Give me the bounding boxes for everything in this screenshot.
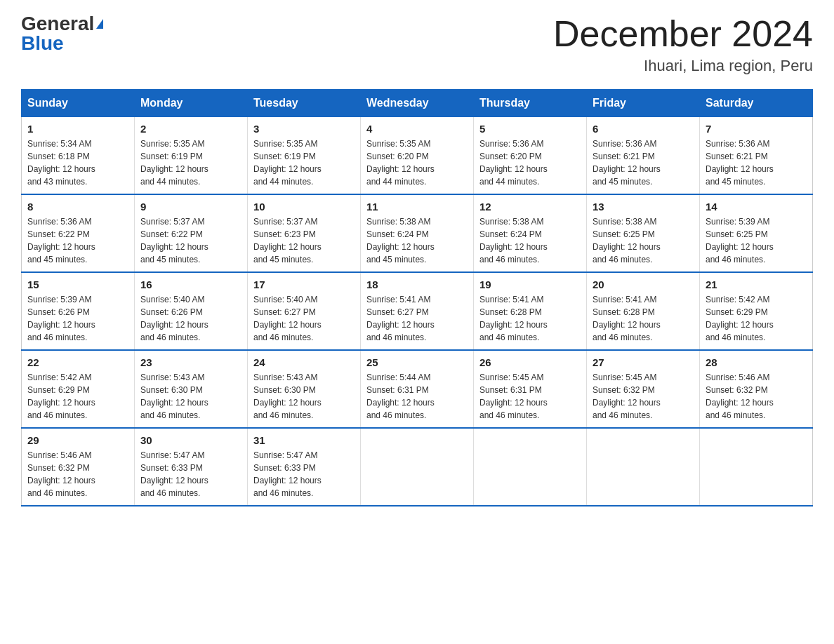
logo-triangle-icon [96, 19, 103, 29]
day-info: Sunrise: 5:47 AMSunset: 6:33 PMDaylight:… [140, 450, 208, 498]
table-row: 29 Sunrise: 5:46 AMSunset: 6:32 PMDaylig… [22, 428, 135, 506]
calendar-week-row: 1 Sunrise: 5:34 AMSunset: 6:18 PMDayligh… [22, 117, 813, 195]
table-row: 5 Sunrise: 5:36 AMSunset: 6:20 PMDayligh… [474, 117, 587, 195]
calendar-week-row: 29 Sunrise: 5:46 AMSunset: 6:32 PMDaylig… [22, 428, 813, 506]
day-info: Sunrise: 5:39 AMSunset: 6:25 PMDaylight:… [706, 217, 774, 264]
table-row: 14 Sunrise: 5:39 AMSunset: 6:25 PMDaylig… [700, 194, 813, 272]
header-friday: Friday [587, 90, 700, 117]
table-row: 30 Sunrise: 5:47 AMSunset: 6:33 PMDaylig… [135, 428, 248, 506]
table-row: 2 Sunrise: 5:35 AMSunset: 6:19 PMDayligh… [135, 117, 248, 195]
day-number: 14 [706, 201, 807, 213]
table-row: 12 Sunrise: 5:38 AMSunset: 6:24 PMDaylig… [474, 194, 587, 272]
day-number: 8 [27, 201, 128, 213]
day-info: Sunrise: 5:36 AMSunset: 6:21 PMDaylight:… [593, 139, 661, 187]
table-row: 31 Sunrise: 5:47 AMSunset: 6:33 PMDaylig… [248, 428, 361, 506]
calendar-table: Sunday Monday Tuesday Wednesday Thursday… [21, 89, 813, 507]
day-info: Sunrise: 5:42 AMSunset: 6:29 PMDaylight:… [27, 373, 95, 420]
day-info: Sunrise: 5:46 AMSunset: 6:32 PMDaylight:… [27, 450, 95, 498]
day-info: Sunrise: 5:36 AMSunset: 6:21 PMDaylight:… [706, 139, 774, 187]
header-sunday: Sunday [22, 90, 135, 117]
page-header: General Blue December 2024 Ihuari, Lima … [21, 14, 813, 75]
logo-general-text: General [21, 13, 103, 34]
day-info: Sunrise: 5:41 AMSunset: 6:28 PMDaylight:… [479, 295, 548, 342]
day-info: Sunrise: 5:45 AMSunset: 6:31 PMDaylight:… [479, 373, 548, 420]
table-row: 13 Sunrise: 5:38 AMSunset: 6:25 PMDaylig… [587, 194, 700, 272]
day-info: Sunrise: 5:35 AMSunset: 6:19 PMDaylight:… [140, 139, 208, 187]
day-number: 21 [706, 279, 807, 290]
table-row: 24 Sunrise: 5:43 AMSunset: 6:30 PMDaylig… [248, 350, 361, 428]
day-info: Sunrise: 5:39 AMSunset: 6:26 PMDaylight:… [27, 295, 95, 342]
day-number: 19 [479, 279, 581, 290]
logo-general-row: General [21, 14, 103, 34]
header-wednesday: Wednesday [361, 90, 474, 117]
calendar-week-row: 22 Sunrise: 5:42 AMSunset: 6:29 PMDaylig… [22, 350, 813, 428]
table-row: 25 Sunrise: 5:44 AMSunset: 6:31 PMDaylig… [361, 350, 474, 428]
day-info: Sunrise: 5:44 AMSunset: 6:31 PMDaylight:… [366, 373, 435, 420]
header-saturday: Saturday [700, 90, 813, 117]
day-info: Sunrise: 5:41 AMSunset: 6:28 PMDaylight:… [593, 295, 661, 342]
day-number: 1 [27, 123, 128, 135]
table-row: 26 Sunrise: 5:45 AMSunset: 6:31 PMDaylig… [474, 350, 587, 428]
table-row: 11 Sunrise: 5:38 AMSunset: 6:24 PMDaylig… [361, 194, 474, 272]
day-info: Sunrise: 5:38 AMSunset: 6:25 PMDaylight:… [593, 217, 661, 264]
day-number: 4 [366, 123, 468, 135]
table-row: 19 Sunrise: 5:41 AMSunset: 6:28 PMDaylig… [474, 272, 587, 350]
day-number: 3 [253, 123, 355, 135]
table-row: 16 Sunrise: 5:40 AMSunset: 6:26 PMDaylig… [135, 272, 248, 350]
header-tuesday: Tuesday [248, 90, 361, 117]
header-thursday: Thursday [474, 90, 587, 117]
day-number: 22 [27, 356, 128, 368]
day-number: 7 [706, 123, 807, 135]
day-number: 12 [479, 201, 581, 213]
table-row: 15 Sunrise: 5:39 AMSunset: 6:26 PMDaylig… [22, 272, 135, 350]
table-row: 6 Sunrise: 5:36 AMSunset: 6:21 PMDayligh… [587, 117, 700, 195]
day-info: Sunrise: 5:37 AMSunset: 6:23 PMDaylight:… [253, 217, 322, 264]
table-row: 4 Sunrise: 5:35 AMSunset: 6:20 PMDayligh… [361, 117, 474, 195]
day-info: Sunrise: 5:43 AMSunset: 6:30 PMDaylight:… [140, 373, 208, 420]
day-number: 28 [706, 356, 807, 368]
day-number: 6 [593, 123, 694, 135]
day-info: Sunrise: 5:40 AMSunset: 6:26 PMDaylight:… [140, 295, 208, 342]
logo-blue-text: Blue [21, 32, 64, 54]
day-info: Sunrise: 5:38 AMSunset: 6:24 PMDaylight:… [479, 217, 548, 264]
table-row: 21 Sunrise: 5:42 AMSunset: 6:29 PMDaylig… [700, 272, 813, 350]
day-number: 30 [140, 434, 241, 446]
table-row: 18 Sunrise: 5:41 AMSunset: 6:27 PMDaylig… [361, 272, 474, 350]
table-row: 20 Sunrise: 5:41 AMSunset: 6:28 PMDaylig… [587, 272, 700, 350]
day-info: Sunrise: 5:43 AMSunset: 6:30 PMDaylight:… [253, 373, 322, 420]
day-info: Sunrise: 5:45 AMSunset: 6:32 PMDaylight:… [593, 373, 661, 420]
day-number: 20 [593, 279, 694, 290]
day-number: 15 [27, 279, 128, 290]
day-info: Sunrise: 5:41 AMSunset: 6:27 PMDaylight:… [366, 295, 435, 342]
table-row: 3 Sunrise: 5:35 AMSunset: 6:19 PMDayligh… [248, 117, 361, 195]
table-row: 9 Sunrise: 5:37 AMSunset: 6:22 PMDayligh… [135, 194, 248, 272]
day-info: Sunrise: 5:47 AMSunset: 6:33 PMDaylight:… [253, 450, 322, 498]
day-number: 24 [253, 356, 355, 368]
day-info: Sunrise: 5:35 AMSunset: 6:20 PMDaylight:… [366, 139, 435, 187]
day-info: Sunrise: 5:36 AMSunset: 6:22 PMDaylight:… [27, 217, 95, 264]
day-info: Sunrise: 5:36 AMSunset: 6:20 PMDaylight:… [479, 139, 548, 187]
logo-blue-row: Blue [21, 34, 64, 53]
table-row [361, 428, 474, 506]
day-number: 9 [140, 201, 241, 213]
day-number: 31 [253, 434, 355, 446]
day-number: 16 [140, 279, 241, 290]
day-number: 11 [366, 201, 468, 213]
day-number: 18 [366, 279, 468, 290]
header-monday: Monday [135, 90, 248, 117]
day-number: 27 [593, 356, 694, 368]
table-row: 7 Sunrise: 5:36 AMSunset: 6:21 PMDayligh… [700, 117, 813, 195]
day-info: Sunrise: 5:46 AMSunset: 6:32 PMDaylight:… [706, 373, 774, 420]
day-number: 10 [253, 201, 355, 213]
calendar-week-row: 8 Sunrise: 5:36 AMSunset: 6:22 PMDayligh… [22, 194, 813, 272]
day-info: Sunrise: 5:42 AMSunset: 6:29 PMDaylight:… [706, 295, 774, 342]
day-number: 25 [366, 356, 468, 368]
day-info: Sunrise: 5:35 AMSunset: 6:19 PMDaylight:… [253, 139, 322, 187]
day-info: Sunrise: 5:40 AMSunset: 6:27 PMDaylight:… [253, 295, 322, 342]
day-number: 2 [140, 123, 241, 135]
logo: General Blue [21, 14, 103, 53]
month-title: December 2024 [553, 14, 813, 54]
table-row [474, 428, 587, 506]
day-number: 17 [253, 279, 355, 290]
table-row [587, 428, 700, 506]
